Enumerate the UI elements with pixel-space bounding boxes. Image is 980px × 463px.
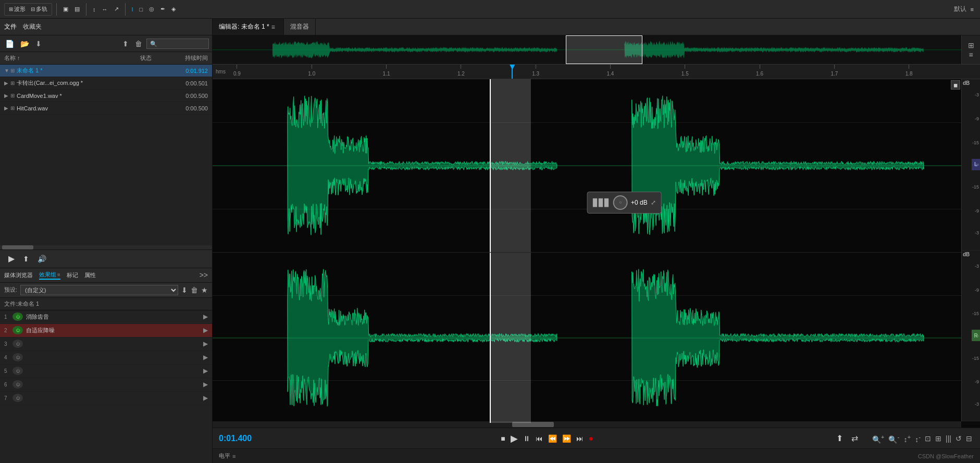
media-browser-tab[interactable]: 媒体浏览器 — [4, 271, 33, 279]
stop-btn[interactable]: ■ — [499, 433, 507, 444]
effect-power-3[interactable]: ⏻ — [13, 353, 23, 361]
zoom-out-amp-btn[interactable]: ↕- — [913, 432, 922, 445]
panel-expand-btn[interactable]: >> — [200, 271, 208, 279]
waveform-display[interactable]: ▊▊▊ ○ +0 dB ⤢ — [213, 79, 980, 428]
col-status-header: 状态 — [140, 54, 171, 62]
effects-group-tab[interactable]: 效果组 ≡ — [39, 271, 60, 280]
zoom-out-time-btn[interactable]: 🔍- — [887, 432, 901, 445]
zoom-reset-btn[interactable]: ↺ — [954, 433, 963, 444]
file-item-2[interactable]: ▶ ⊞ CardMove1.wav * 0:00.500 — [0, 90, 212, 102]
tool-paint[interactable]: ✒ — [158, 5, 167, 14]
preset-download-btn[interactable]: ⬇ — [181, 286, 188, 294]
effect-item-6[interactable]: 7 ⏻ ▶ — [0, 392, 212, 405]
tool-cursor[interactable]: I — [130, 5, 135, 14]
markers-tab[interactable]: 标记 — [67, 271, 78, 279]
waveform-hscroll[interactable] — [213, 421, 961, 428]
ruler-mark-0: 0.9 — [233, 65, 241, 77]
effect-power-6[interactable]: ⏻ — [13, 394, 23, 402]
new-file-btn[interactable]: 📄 — [3, 39, 16, 49]
zoom-in-time-btn[interactable]: 🔍+ — [871, 432, 886, 445]
effect-item-0[interactable]: 1 ⏻ 消除齿音 ▶ — [0, 310, 212, 324]
waveform-icon-2: ⊞ — [10, 93, 15, 98]
effect-power-5[interactable]: ⏻ — [13, 380, 23, 389]
file-item-0[interactable]: ▼ ⊞ 未命名 1 * 0:01.912 — [0, 65, 212, 77]
volume-popup[interactable]: ▊▊▊ ○ +0 dB ⤢ — [587, 192, 662, 214]
tool-erase[interactable]: ◈ — [169, 5, 178, 14]
preset-star-btn[interactable]: ★ — [201, 286, 208, 294]
file-duration-1: 0:00.501 — [171, 80, 208, 86]
file-tab[interactable]: 文件 — [4, 22, 17, 31]
preset-delete-btn[interactable]: 🗑 — [191, 286, 198, 294]
preset-select[interactable]: (自定义) — [20, 285, 178, 295]
toolbar-right: 默认 ≡ — [954, 5, 976, 14]
file-duration-3: 0:00.500 — [171, 105, 208, 111]
effect-item-4[interactable]: 5 ⏻ ▶ — [0, 365, 212, 378]
file-item-1[interactable]: ▶ ⊞ 卡转出(Car...ei_com.ogg * 0:00.501 — [0, 77, 212, 90]
expand-3: ▶ — [4, 105, 10, 111]
effect-arrow-0: ▶ — [203, 313, 208, 320]
status-left: 电平 ≡ — [219, 452, 235, 460]
tool-rect[interactable]: □ — [138, 5, 145, 14]
multitrack-view-btn[interactable]: ⊟ 多轨 — [29, 4, 49, 14]
export-mini-btn[interactable]: ⬆ — [120, 39, 131, 49]
waveform-view-btn[interactable]: ⊞ 波形 — [7, 4, 28, 14]
tool-1[interactable]: ▣ — [61, 5, 70, 14]
effect-power-4[interactable]: ⏻ — [13, 367, 23, 375]
editor-tab-main[interactable]: 编辑器: 未命名 1 * ≡ — [213, 19, 284, 35]
mixer-tab[interactable]: 混音器 — [284, 19, 316, 35]
effect-item-5[interactable]: 6 ⏻ ▶ — [0, 378, 212, 392]
skip-end-btn[interactable]: ⏭ — [574, 433, 586, 444]
forward-btn[interactable]: ⏩ — [560, 433, 573, 444]
full-view-btn[interactable]: ⊟ — [964, 433, 974, 444]
bookmarks-tab[interactable]: 收藏夹 — [23, 22, 42, 31]
import-btn[interactable]: ⬇ — [33, 39, 44, 49]
effect-name-1: 自适应降噪 — [26, 327, 203, 334]
record-btn[interactable]: ● — [587, 433, 596, 444]
file-item-3[interactable]: ▶ ⊞ HitCard.wav 0:00.500 — [0, 102, 212, 115]
effect-item-3[interactable]: 4 ⏻ ▶ — [0, 351, 212, 365]
play-button[interactable]: ▶ — [6, 253, 17, 265]
mix-btn[interactable]: ⇄ — [849, 432, 860, 444]
expand-2: ▶ — [4, 93, 10, 98]
corner-button[interactable]: ◼ — [951, 80, 960, 90]
delete-btn[interactable]: 🗑 — [133, 39, 144, 49]
volume-button[interactable]: 🔊 — [35, 254, 48, 264]
level-label: 电平 — [219, 452, 230, 460]
overview-menu-btn[interactable]: ≡ — [969, 51, 973, 59]
pause-btn[interactable]: ⏸ — [521, 433, 532, 444]
editor-tab-menu[interactable]: ≡ — [269, 23, 277, 31]
app-menu-btn[interactable]: ≡ — [969, 5, 976, 14]
zoom-fit-all-btn[interactable]: ⊞ — [934, 433, 943, 444]
db-channel-left: dB L -3 -9 -15 -∞ -15 -9 -3 — [962, 79, 980, 251]
zoom-samples-btn[interactable]: ||| — [944, 433, 953, 444]
level-menu-btn[interactable]: ≡ — [232, 453, 235, 459]
effect-item-2[interactable]: 3 ⏻ ▶ — [0, 337, 212, 351]
export-out-btn[interactable]: ⬆ — [834, 432, 845, 444]
open-folder-btn[interactable]: 📂 — [18, 39, 31, 49]
effect-item-1[interactable]: 2 ⏻ 自适应降噪 ▶ — [0, 324, 212, 337]
tool-2[interactable]: ▤ — [72, 5, 82, 14]
skip-start-btn[interactable]: ⏮ — [534, 433, 545, 444]
zoom-fit-sel-btn[interactable]: ⊡ — [923, 433, 933, 444]
rewind-btn[interactable]: ⏪ — [546, 433, 559, 444]
effect-power-1[interactable]: ⏻ — [13, 326, 23, 334]
tool-3[interactable]: ↕ — [91, 5, 98, 14]
volume-knob[interactable]: ○ — [613, 195, 628, 210]
effect-power-2[interactable]: ⏻ — [13, 340, 23, 348]
properties-tab[interactable]: 属性 — [84, 271, 96, 279]
export-button[interactable]: ⬆ — [21, 254, 31, 264]
view-mode-group: ⊞ 波形 ⊟ 多轨 — [4, 3, 52, 16]
play-btn[interactable]: ▶ — [508, 432, 520, 445]
db-n9b-top: -9 — [975, 209, 979, 214]
hscroll-waveform-thumb — [512, 422, 554, 427]
tool-5[interactable]: ↗ — [112, 5, 121, 14]
volume-expand-icon[interactable]: ⤢ — [651, 199, 656, 206]
search-input[interactable] — [146, 39, 209, 49]
zoom-in-amp-btn[interactable]: ↕+ — [902, 432, 912, 445]
tool-lasso[interactable]: ◎ — [147, 5, 156, 14]
tool-4[interactable]: ↔ — [100, 5, 110, 14]
fit-btn[interactable]: ⊞ — [968, 41, 974, 49]
effect-power-0[interactable]: ⏻ — [13, 312, 23, 321]
file-list-hscroll[interactable] — [0, 245, 212, 249]
waveform-overview[interactable]: ⊞ ≡ — [213, 35, 980, 65]
